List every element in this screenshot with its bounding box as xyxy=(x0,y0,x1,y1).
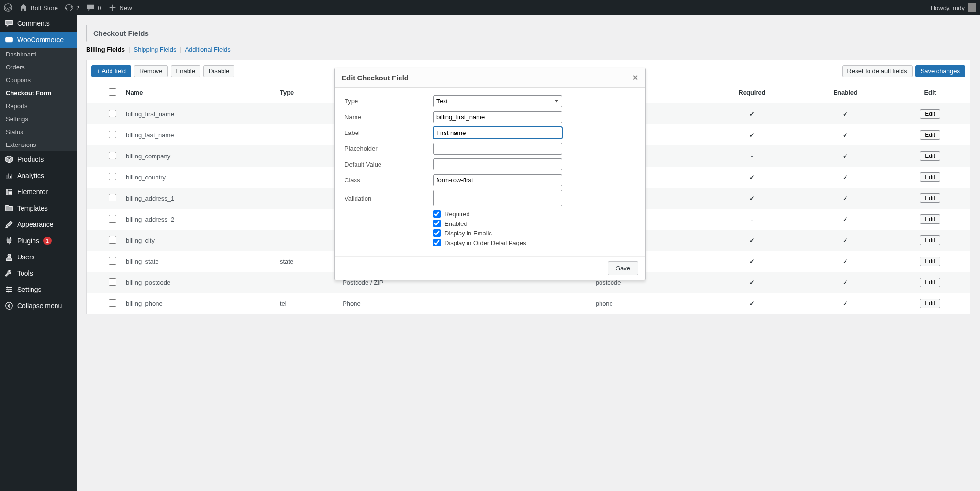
howdy-link[interactable]: Howdy, rudy xyxy=(931,3,976,12)
order-pages-checkbox[interactable] xyxy=(433,239,441,246)
type-select[interactable]: Text xyxy=(433,95,562,107)
sidebar-item-appearance[interactable]: Appearance xyxy=(0,216,77,233)
validation-input[interactable] xyxy=(433,190,562,206)
drag-handle-icon[interactable] xyxy=(87,103,104,125)
row-checkbox[interactable] xyxy=(109,194,116,201)
row-type: state xyxy=(275,251,338,272)
modal-save-button[interactable]: Save xyxy=(608,261,638,275)
row-checkbox[interactable] xyxy=(109,299,116,307)
submenu-item-checkout-form[interactable]: Checkout Form xyxy=(0,87,77,100)
edit-button[interactable]: Edit xyxy=(920,257,940,266)
sidebar-item-analytics[interactable]: Analytics xyxy=(0,167,77,184)
remove-button[interactable]: Remove xyxy=(134,65,167,77)
new-link[interactable]: New xyxy=(108,3,132,12)
edit-button[interactable]: Edit xyxy=(920,299,940,308)
updates-link[interactable]: 2 xyxy=(65,3,79,12)
edit-button[interactable]: Edit xyxy=(920,278,940,287)
edit-button[interactable]: Edit xyxy=(920,151,940,161)
edit-button[interactable]: Edit xyxy=(920,214,940,224)
modal-title: Edit Checkout Field xyxy=(342,74,409,82)
edit-field-modal: Edit Checkout Field ✕ TypeText Name Labe… xyxy=(334,68,646,280)
row-enabled: ✓ xyxy=(801,293,890,314)
row-checkbox[interactable] xyxy=(109,110,116,117)
select-all-checkbox[interactable] xyxy=(109,88,116,96)
default-label: Default Value xyxy=(345,161,433,168)
row-required: ✓ xyxy=(703,103,801,125)
site-name-link[interactable]: Bolt Store xyxy=(19,3,58,12)
drag-handle-icon[interactable] xyxy=(87,230,104,251)
row-type xyxy=(275,209,338,230)
sidebar-item-users[interactable]: Users xyxy=(0,249,77,265)
row-required: ✓ xyxy=(703,293,801,314)
disable-button[interactable]: Disable xyxy=(203,65,234,77)
subtab-billing[interactable]: Billing Fields xyxy=(86,46,125,53)
edit-button[interactable]: Edit xyxy=(920,109,940,119)
row-name: billing_address_1 xyxy=(121,188,275,209)
sidebar-item-templates[interactable]: Templates xyxy=(0,200,77,216)
close-icon[interactable]: ✕ xyxy=(632,73,638,82)
sidebar-item-comments[interactable]: Comments xyxy=(0,15,77,32)
comments-link[interactable]: 0 xyxy=(86,3,101,12)
submenu-item-settings[interactable]: Settings xyxy=(0,112,77,125)
enabled-checkbox[interactable] xyxy=(433,220,441,227)
drag-handle-icon[interactable] xyxy=(87,145,104,167)
drag-handle-icon[interactable] xyxy=(87,251,104,272)
required-checkbox[interactable] xyxy=(433,210,441,218)
edit-button[interactable]: Edit xyxy=(920,193,940,203)
label-input[interactable] xyxy=(433,127,562,139)
row-name: billing_state xyxy=(121,251,275,272)
submenu-item-status[interactable]: Status xyxy=(0,125,77,138)
reset-button[interactable]: Reset to default fields xyxy=(842,65,913,77)
submenu-item-extensions[interactable]: Extensions xyxy=(0,138,77,151)
placeholder-input[interactable] xyxy=(433,143,562,155)
drag-handle-icon[interactable] xyxy=(87,188,104,209)
name-input[interactable] xyxy=(433,111,562,123)
sidebar-item-collapse-menu[interactable]: Collapse menu xyxy=(0,298,77,314)
row-checkbox[interactable] xyxy=(109,131,116,138)
enabled-check-label: Enabled xyxy=(445,220,468,227)
tab-checkout-fields[interactable]: Checkout Fields xyxy=(86,25,156,42)
edit-button[interactable]: Edit xyxy=(920,130,940,140)
add-field-button[interactable]: + Add field xyxy=(91,65,131,77)
drag-handle-icon[interactable] xyxy=(87,209,104,230)
drag-handle-icon[interactable] xyxy=(87,293,104,314)
wp-logo[interactable] xyxy=(4,3,12,12)
row-required: ✓ xyxy=(703,124,801,145)
subtab-shipping[interactable]: Shipping Fields xyxy=(134,46,177,53)
drag-handle-icon[interactable] xyxy=(87,167,104,188)
row-type xyxy=(275,272,338,293)
submenu-item-dashboard[interactable]: Dashboard xyxy=(0,48,77,61)
subtab-additional[interactable]: Additional Fields xyxy=(185,46,230,53)
submenu-item-orders[interactable]: Orders xyxy=(0,61,77,74)
row-checkbox[interactable] xyxy=(109,173,116,180)
sidebar-item-products[interactable]: Products xyxy=(0,151,77,167)
emails-checkbox[interactable] xyxy=(433,229,441,237)
sidebar-item-plugins[interactable]: Plugins1 xyxy=(0,233,77,249)
row-checkbox[interactable] xyxy=(109,236,116,244)
save-changes-button[interactable]: Save changes xyxy=(915,65,965,77)
row-checkbox[interactable] xyxy=(109,215,116,223)
drag-handle-icon[interactable] xyxy=(87,124,104,145)
drag-handle-icon[interactable] xyxy=(87,272,104,293)
submenu-item-reports[interactable]: Reports xyxy=(0,100,77,112)
submenu-item-coupons[interactable]: Coupons xyxy=(0,74,77,87)
row-checkbox[interactable] xyxy=(109,257,116,265)
edit-button[interactable]: Edit xyxy=(920,172,940,182)
row-checkbox[interactable] xyxy=(109,278,116,286)
sidebar-item-settings[interactable]: Settings xyxy=(0,281,77,298)
col-name: Name xyxy=(121,82,275,103)
row-type xyxy=(275,124,338,145)
row-enabled: ✓ xyxy=(801,145,890,167)
sidebar-item-elementor[interactable]: Elementor xyxy=(0,184,77,200)
edit-button[interactable]: Edit xyxy=(920,235,940,245)
row-name: billing_city xyxy=(121,230,275,251)
order-pages-check-label: Display in Order Detail Pages xyxy=(445,239,526,246)
row-checkbox[interactable] xyxy=(109,152,116,159)
sidebar-item-tools[interactable]: Tools xyxy=(0,265,77,281)
row-enabled: ✓ xyxy=(801,230,890,251)
class-input[interactable] xyxy=(433,174,562,186)
default-input[interactable] xyxy=(433,158,562,170)
row-type xyxy=(275,230,338,251)
sidebar-item-woocommerce[interactable]: wooWooCommerce xyxy=(0,32,77,48)
enable-button[interactable]: Enable xyxy=(171,65,200,77)
